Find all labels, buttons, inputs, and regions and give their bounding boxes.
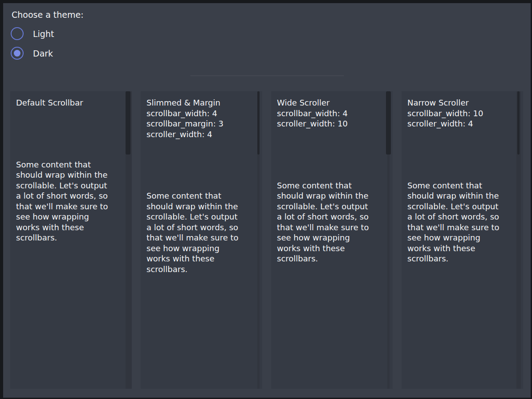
radio-dot [14,50,20,57]
radio-option-dark[interactable]: Dark [11,47,53,60]
radio-icon[interactable] [11,27,24,40]
radio-label-dark: Dark [33,49,53,58]
panel-slimmed-margin[interactable]: Slimmed & Margin scrollbar_width: 4 scro… [141,91,262,389]
radio-dot [14,30,20,37]
panel-params: scrollbar_width: 4 scrollbar_margin: 3 s… [146,108,251,140]
app-window: Choose a theme: Light Dark Default Scrol… [3,3,531,398]
panel-default-scrollbar[interactable]: Default Scrollbar Some content that shou… [10,91,132,389]
panel-content: Some content that should wrap within the… [407,180,512,264]
panel-header: Default Scrollbar [16,98,120,108]
scrollbar-thumb[interactable] [126,91,130,155]
scrollbar-thumb[interactable] [517,91,520,155]
radio-option-light[interactable]: Light [11,27,54,40]
scrollbar-thumb[interactable] [386,91,391,155]
panel-title: Narrow Scroller [407,98,512,108]
panel-title: Slimmed & Margin [146,98,251,108]
panel-header: Wide Scroller scrollbar_width: 4 scrolle… [277,98,381,129]
panel-narrow-scroller[interactable]: Narrow Scroller scrollbar_width: 10 scro… [402,91,523,389]
panel-header: Slimmed & Margin scrollbar_width: 4 scro… [146,98,251,139]
panel-title: Default Scrollbar [16,98,120,108]
panel-content: Some content that should wrap within the… [277,180,381,264]
radio-icon[interactable] [11,47,24,60]
panel-params: scrollbar_width: 4 scroller_width: 10 [277,108,381,129]
panels-row: Default Scrollbar Some content that shou… [10,91,523,389]
scrollbar-thumb[interactable] [257,91,260,155]
radio-label-light: Light [33,29,54,39]
panel-title: Wide Scroller [277,98,381,108]
panel-wide-scroller[interactable]: Wide Scroller scrollbar_width: 4 scrolle… [271,91,393,389]
panel-content: Some content that should wrap within the… [16,159,120,243]
divider [190,75,344,76]
panel-content: Some content that should wrap within the… [146,191,251,274]
panel-params: scrollbar_width: 10 scroller_width: 4 [407,108,512,129]
panel-header: Narrow Scroller scrollbar_width: 10 scro… [407,98,512,129]
theme-chooser-label: Choose a theme: [12,10,84,20]
